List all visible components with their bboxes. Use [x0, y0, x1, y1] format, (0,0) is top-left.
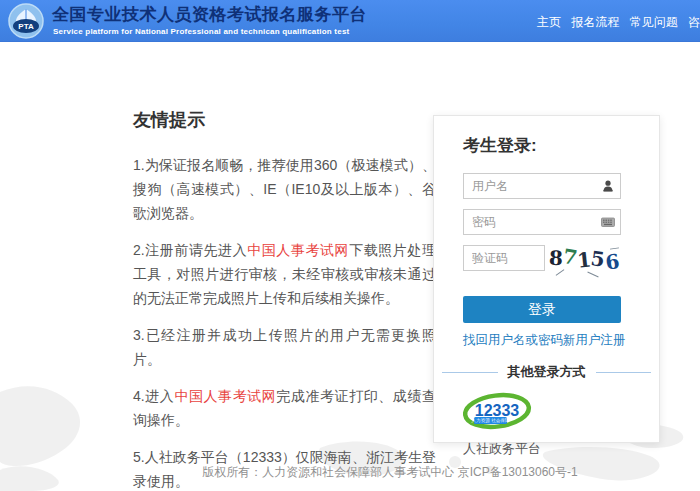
- tips-section: 友情提示 1.为保证报名顺畅，推荐使用360（极速模式）、搜狗（高速模式）、IE…: [133, 108, 436, 491]
- user-icon: [601, 180, 615, 192]
- header: PTA 全国专业技术人员资格考试报名服务平台 Service platform …: [0, 0, 700, 42]
- tip-item-1: 1.为保证报名顺畅，推荐使用360（极速模式）、搜狗（高速模式）、IE（IE10…: [133, 153, 436, 225]
- 12333-logo-banner: 人力资源 社会保障: [471, 417, 509, 423]
- footer-copyright: 版权所有：人力资源和社会保障部人事考试中心 京ICP备13013060号-1: [0, 464, 700, 481]
- page: PTA 全国专业技术人员资格考试报名服务平台 Service platform …: [0, 0, 700, 491]
- tip-text: 1.为保证报名顺畅，推荐使用360（极速模式）、搜狗（高速模式）、IE（IE10…: [133, 157, 436, 221]
- captcha-input[interactable]: [463, 245, 545, 271]
- nav-faq[interactable]: 常见问题: [630, 15, 678, 29]
- tip-text: 3.已经注册并成功上传照片的用户无需更换照片。: [133, 327, 436, 367]
- tip-item-2: 2.注册前请先进入中国人事考试网下载照片处理工具，对照片进行审核，未经审核或审核…: [133, 238, 436, 310]
- captcha-field-wrap: [463, 245, 545, 271]
- password-field-wrap: [463, 209, 621, 235]
- username-field-wrap: [463, 173, 621, 199]
- tip-item-4: 4.进入中国人事考试网完成准考证打印、成绩查询操作。: [133, 384, 436, 432]
- site-subtitle: Service platform for National Profession…: [53, 27, 349, 36]
- nav-home[interactable]: 主页: [537, 15, 561, 29]
- login-button[interactable]: 登录: [463, 296, 621, 323]
- alt-login-12333[interactable]: 12333 人力资源 社会保障 人社政务平台: [463, 391, 630, 458]
- alt-login-label: 人社政务平台: [463, 440, 630, 458]
- other-login-label: 其他登录方式: [508, 363, 586, 381]
- login-heading: 考生登录:: [463, 134, 630, 157]
- captcha-noise-line: [556, 269, 565, 276]
- nav-registration-process[interactable]: 报名流程: [571, 15, 619, 29]
- divider-line: [442, 372, 498, 373]
- site-logo: PTA: [8, 3, 44, 39]
- captcha-image[interactable]: 8 7 1 5 6: [547, 241, 621, 275]
- captcha-row: 8 7 1 5 6: [463, 245, 621, 275]
- password-input[interactable]: [463, 209, 621, 235]
- header-nav: 主页 报名流程 常见问题 咨询电话: [537, 14, 700, 31]
- cpta-site-link[interactable]: 中国人事考试网: [174, 388, 276, 404]
- cpta-site-link[interactable]: 中国人事考试网: [247, 242, 349, 258]
- tip-text: 4.进入: [133, 388, 174, 404]
- tip-text: 2.注册前请先进入: [133, 242, 247, 258]
- divider-line: [596, 372, 652, 373]
- site-title: 全国专业技术人员资格考试报名服务平台: [52, 3, 367, 26]
- nav-consult-phone[interactable]: 咨询电话: [688, 15, 700, 29]
- other-login-divider: 其他登录方式: [442, 363, 651, 381]
- new-user-register-link[interactable]: 新用户注册: [563, 332, 626, 349]
- username-input[interactable]: [463, 173, 621, 199]
- keyboard-icon: [601, 216, 615, 228]
- captcha-noise-line: [587, 272, 598, 278]
- captcha-digit: 6: [604, 249, 621, 275]
- 12333-logo-icon: 12333 人力资源 社会保障: [463, 391, 533, 433]
- forgot-credentials-link[interactable]: 找回用户名或密码: [463, 332, 563, 349]
- tips-heading: 友情提示: [133, 108, 436, 132]
- login-panel: 考生登录:: [433, 115, 660, 443]
- logo-text: PTA: [18, 22, 34, 31]
- login-links: 找回用户名或密码 新用户注册: [463, 332, 625, 349]
- 12333-logo-number: 12333: [475, 402, 520, 419]
- tip-item-3: 3.已经注册并成功上传照片的用户无需更换照片。: [133, 323, 436, 371]
